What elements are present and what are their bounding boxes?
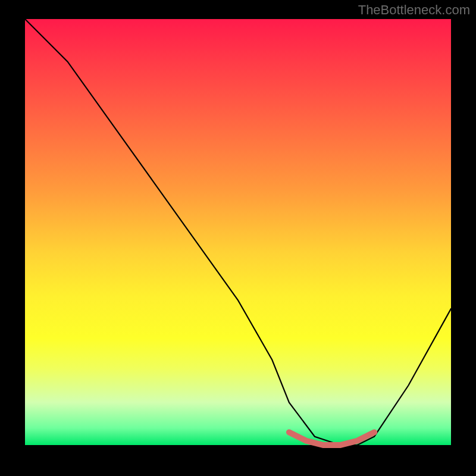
chart-plot-area (25, 19, 451, 445)
bottleneck-curve-line (25, 19, 451, 445)
watermark-text: TheBottleneck.com (358, 2, 470, 18)
chart-svg (25, 19, 451, 445)
